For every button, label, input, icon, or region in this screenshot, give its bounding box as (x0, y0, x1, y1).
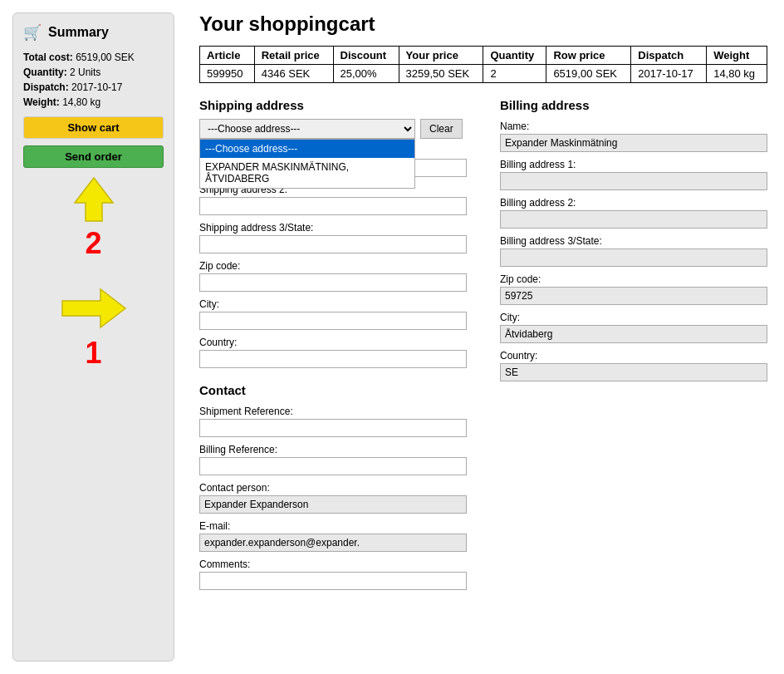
sidebar: 🛒 Summary Total cost: 6519,00 SEK Quanti… (12, 12, 174, 662)
svg-marker-1 (62, 289, 125, 327)
billing-country-input[interactable] (500, 363, 767, 381)
shipping-address2-input[interactable] (199, 197, 467, 215)
shipping-address3-input[interactable] (199, 235, 467, 253)
col-your-price: Your price (399, 47, 483, 65)
table-cell: 25,00% (333, 65, 399, 83)
total-cost-row: Total cost: 6519,00 SEK (23, 52, 164, 63)
shipping-country-label: Country: (199, 337, 467, 348)
contact-section-title: Contact (199, 383, 467, 397)
shipping-zip-input[interactable] (199, 273, 467, 292)
billing-name-field: Name: (500, 121, 767, 152)
billing-city-input[interactable] (500, 325, 767, 343)
order-table: Article Retail price Discount Your price… (199, 46, 767, 83)
billing-country-label: Country: (500, 350, 767, 362)
col-weight: Weight (707, 47, 767, 65)
billing-zip-input[interactable] (500, 287, 767, 305)
billing-name-input[interactable] (500, 134, 767, 152)
billing-name-label: Name: (500, 121, 767, 132)
billing-address2-input[interactable] (500, 210, 767, 229)
annotation-1-area: 1 (23, 286, 164, 371)
comments-label: Comments: (199, 558, 467, 570)
weight-label: Weight: (23, 96, 60, 108)
shipping-city-field: City: (199, 298, 467, 330)
billing-zip-field: Zip code: (500, 273, 767, 305)
billing-zip-label: Zip code: (500, 273, 767, 285)
quantity-row: Quantity: 2 Units (23, 66, 164, 78)
table-cell: 2017-10-17 (631, 65, 707, 83)
shipping-address-select[interactable]: ---Choose address--- EXPANDER MASKINMÄTN… (199, 119, 415, 139)
contact-person-field: Contact person: (199, 482, 467, 514)
billing-address1-input[interactable] (500, 172, 767, 190)
svg-marker-0 (75, 178, 113, 221)
comments-input[interactable] (199, 572, 467, 590)
sidebar-header: 🛒 Summary (23, 23, 164, 42)
shipping-country-input[interactable] (199, 350, 467, 368)
table-cell: 4346 SEK (254, 65, 333, 83)
weight-value: 14,80 kg (62, 96, 100, 108)
table-cell: 599950 (200, 65, 255, 83)
billing-section-title: Billing address (500, 98, 767, 112)
billing-address3-field: Billing address 3/State: (500, 235, 767, 267)
shipping-address-dropdown-area: ---Choose address--- EXPANDER MASKINMÄTN… (199, 119, 467, 139)
shipping-col: Shipping address ---Choose address--- EX… (199, 98, 467, 590)
page-title: Your shoppingcart (199, 12, 767, 36)
shipping-address3-label: Shipping address 3/State: (199, 222, 467, 234)
col-row-price: Row price (546, 47, 631, 65)
billing-address2-label: Billing address 2: (500, 197, 767, 209)
table-cell: 14,80 kg (707, 65, 767, 83)
billing-ref-input[interactable] (199, 457, 467, 475)
shipping-zip-label: Zip code: (199, 260, 467, 272)
annotation-2-area: 2 (23, 176, 164, 261)
show-cart-button[interactable]: Show cart (23, 116, 164, 139)
billing-address2-field: Billing address 2: (500, 197, 767, 229)
dispatch-value: 2017-10-17 (71, 81, 122, 93)
shipping-city-label: City: (199, 298, 467, 310)
shipment-ref-field: Shipment Reference: (199, 406, 467, 437)
billing-address3-input[interactable] (500, 248, 767, 267)
address-section: Shipping address ---Choose address--- EX… (199, 98, 767, 590)
col-quantity: Quantity (483, 47, 546, 65)
col-dispatch: Dispatch (631, 47, 707, 65)
cart-icon: 🛒 (23, 23, 42, 42)
shipping-city-input[interactable] (199, 312, 467, 330)
shipment-ref-input[interactable] (199, 419, 467, 437)
billing-address3-label: Billing address 3/State: (500, 235, 767, 247)
weight-row: Weight: 14,80 kg (23, 96, 164, 108)
email-label: E-mail: (199, 520, 467, 532)
annotation-2-label: 2 (23, 226, 164, 261)
email-input[interactable] (199, 534, 467, 552)
dropdown-item-choose[interactable]: ---Choose address--- (200, 140, 414, 158)
billing-address1-field: Billing address 1: (500, 159, 767, 190)
shipping-address3-field: Shipping address 3/State: (199, 222, 467, 253)
table-row: 5999504346 SEK25,00%3259,50 SEK26519,00 … (200, 65, 767, 83)
email-field: E-mail: (199, 520, 467, 552)
table-cell: 2 (483, 65, 546, 83)
billing-country-field: Country: (500, 350, 767, 381)
contact-section: Contact Shipment Reference: Billing Refe… (199, 383, 467, 590)
arrow-right-icon (61, 286, 127, 332)
col-article: Article (200, 47, 255, 65)
quantity-label: Quantity: (23, 66, 67, 78)
contact-person-input[interactable] (199, 495, 467, 514)
quantity-value: 2 Units (70, 66, 100, 78)
billing-ref-field: Billing Reference: (199, 444, 467, 475)
billing-city-field: City: (500, 312, 767, 343)
dropdown-item-expander[interactable]: EXPANDER MASKINMÄTNING, ÅTVIDABERG (200, 158, 414, 188)
dispatch-label: Dispatch: (23, 81, 69, 93)
shipping-country-field: Country: (199, 337, 467, 368)
col-retail-price: Retail price (254, 47, 333, 65)
comments-field: Comments: (199, 558, 467, 590)
billing-city-label: City: (500, 312, 767, 323)
table-cell: 3259,50 SEK (399, 65, 483, 83)
shipping-section-title: Shipping address (199, 98, 467, 112)
billing-col: Billing address Name: Billing address 1:… (500, 98, 767, 590)
total-cost-value: 6519,00 SEK (76, 52, 135, 63)
main-content: Your shoppingcart Article Retail price D… (183, 0, 784, 674)
table-cell: 6519,00 SEK (546, 65, 631, 83)
send-order-button[interactable]: Send order (23, 145, 164, 168)
clear-button[interactable]: Clear (420, 119, 463, 139)
billing-address1-label: Billing address 1: (500, 159, 767, 170)
annotation-1-label: 1 (23, 336, 164, 371)
table-header-row: Article Retail price Discount Your price… (200, 47, 767, 65)
dispatch-row: Dispatch: 2017-10-17 (23, 81, 164, 93)
